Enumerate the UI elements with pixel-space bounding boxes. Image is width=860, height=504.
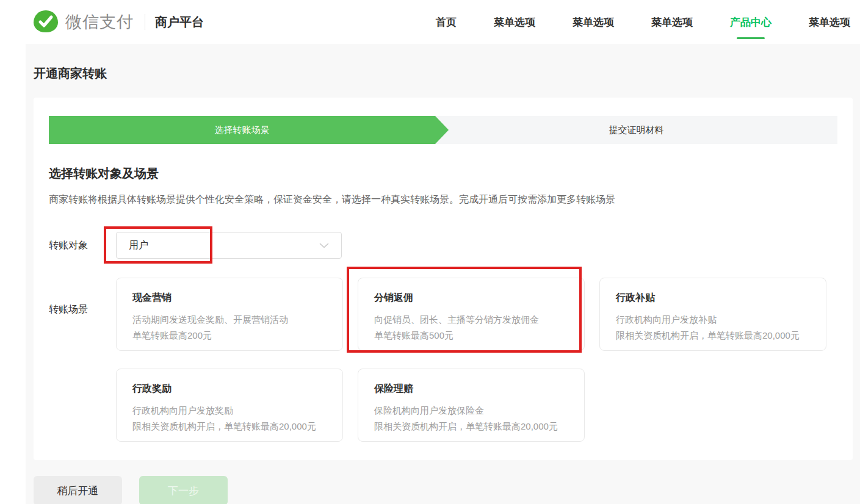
- scene-card-limit: 限相关资质机构开启，单笔转账最高20,000元: [132, 419, 327, 434]
- section-heading: 选择转账对象及场景: [49, 165, 837, 182]
- page-panel: 开通商家转账 选择转账场景 提交证明材料 选择转账对象及场景 商家转账将根据具体…: [26, 44, 860, 504]
- wechat-pay-logo-icon: [34, 10, 58, 34]
- scene-card-desc: 向促销员、团长、主播等分销方发放佣金: [374, 312, 568, 328]
- scene-card-title: 现金营销: [132, 292, 327, 304]
- progress-steps: 选择转账场景 提交证明材料: [49, 116, 837, 144]
- brand: 微信支付 商户平台: [34, 10, 204, 34]
- brand-divider: [145, 14, 145, 30]
- content-card: 选择转账场景 提交证明材料 选择转账对象及场景 商家转账将根据具体转账场景提供个…: [34, 98, 853, 460]
- top-navigation: 微信支付 商户平台 首页 菜单选项 菜单选项 菜单选项 产品中心 菜单选项: [0, 0, 860, 44]
- scene-card-title: 分销返佣: [374, 292, 568, 304]
- scene-card-desc: 活动期间发送现金奖励、开展营销活动: [132, 312, 327, 328]
- scene-card-title: 保险理赔: [374, 383, 568, 395]
- transfer-scene-label: 转账场景: [49, 278, 116, 442]
- scene-card-desc: 保险机构向用户发放保险金: [374, 403, 568, 419]
- page-title: 开通商家转账: [34, 65, 853, 82]
- transfer-target-select[interactable]: 用户: [116, 232, 342, 259]
- active-nav-underline: [737, 37, 765, 39]
- transfer-target-value: 用户: [129, 239, 148, 252]
- scene-card-insurance-claim[interactable]: 保险理赔 保险机构向用户发放保险金 限相关资质机构开启，单笔转账最高20,000…: [358, 369, 585, 442]
- scene-card-limit: 单笔转账最高500元: [374, 328, 568, 344]
- scene-card-limit: 限相关资质机构开启，单笔转账最高20,000元: [374, 419, 568, 434]
- nav-item-menu-2[interactable]: 菜单选项: [573, 15, 614, 29]
- nav-item-label: 产品中心: [730, 16, 771, 28]
- scene-card-title: 行政奖励: [132, 383, 327, 395]
- scene-card-grid: 现金营销 活动期间发送现金奖励、开展营销活动 单笔转账最高200元 分销返佣 向…: [116, 278, 826, 442]
- scene-card-limit: 限相关资质机构开启，单笔转账最高20,000元: [616, 328, 810, 344]
- step-select-scene: 选择转账场景: [49, 116, 435, 144]
- nav-item-menu-1[interactable]: 菜单选项: [494, 15, 535, 29]
- footer-actions: 稍后开通 下一步: [34, 476, 853, 504]
- scene-card-admin-subsidy[interactable]: 行政补贴 行政机构向用户发放补贴 限相关资质机构开启，单笔转账最高20,000元: [599, 278, 826, 351]
- transfer-target-label: 转账对象: [49, 232, 116, 259]
- portal-title: 商户平台: [155, 14, 204, 31]
- logo-text: 微信支付: [65, 11, 134, 33]
- scene-card-title: 行政补贴: [616, 292, 810, 304]
- next-step-button[interactable]: 下一步: [139, 476, 228, 504]
- step-submit-materials: 提交证明材料: [435, 116, 837, 144]
- scene-card-desc: 行政机构向用户发放补贴: [616, 312, 810, 328]
- transfer-scene-row: 转账场景 现金营销 活动期间发送现金奖励、开展营销活动 单笔转账最高200元 分…: [49, 278, 837, 442]
- nav-item-product-center[interactable]: 产品中心: [730, 15, 771, 29]
- nav-item-menu-3[interactable]: 菜单选项: [651, 15, 693, 29]
- nav-item-home[interactable]: 首页: [436, 15, 457, 29]
- scene-card-cash-marketing[interactable]: 现金营销 活动期间发送现金奖励、开展营销活动 单笔转账最高200元: [116, 278, 343, 351]
- section-description: 商家转账将根据具体转账场景提供个性化安全策略，保证资金安全，请选择一种真实转账场…: [49, 193, 837, 206]
- nav-links: 首页 菜单选项 菜单选项 菜单选项 产品中心 菜单选项: [436, 15, 850, 29]
- nav-item-menu-4[interactable]: 菜单选项: [809, 15, 850, 29]
- open-later-button[interactable]: 稍后开通: [34, 476, 122, 504]
- transfer-target-row: 转账对象 用户: [49, 232, 837, 259]
- chevron-down-icon: [319, 240, 329, 251]
- scene-card-distribution-commission[interactable]: 分销返佣 向促销员、团长、主播等分销方发放佣金 单笔转账最高500元: [358, 278, 585, 351]
- scene-card-desc: 行政机构向用户发放奖励: [132, 403, 327, 419]
- scene-card-admin-reward[interactable]: 行政奖励 行政机构向用户发放奖励 限相关资质机构开启，单笔转账最高20,000元: [116, 369, 343, 442]
- scene-card-limit: 单笔转账最高200元: [132, 328, 327, 344]
